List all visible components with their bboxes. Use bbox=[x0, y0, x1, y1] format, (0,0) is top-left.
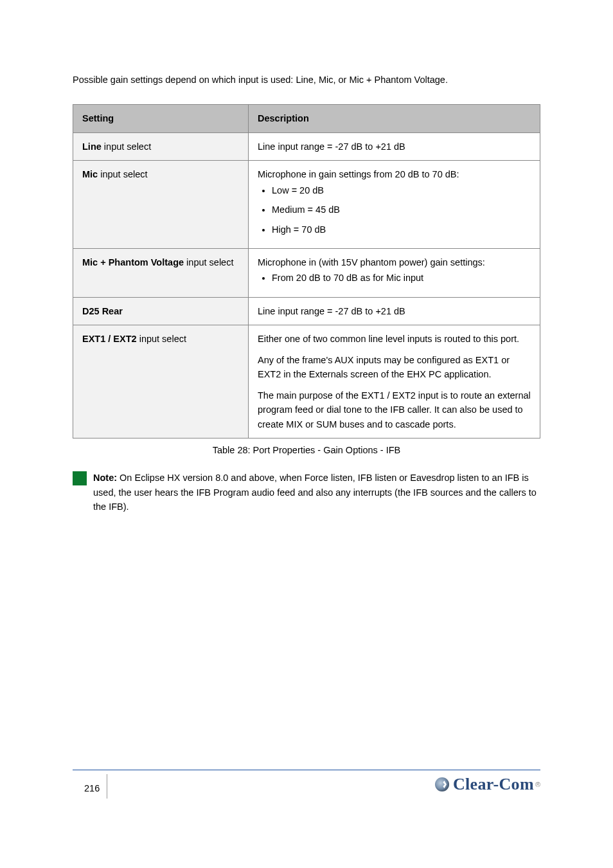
row-label-rest: input select bbox=[98, 169, 147, 179]
row-label-bold: Mic bbox=[82, 169, 98, 179]
th-setting: Setting bbox=[73, 105, 249, 132]
table-row: EXT1 / EXT2 input select Either one of t… bbox=[73, 325, 540, 439]
list-item: Medium = 45 dB bbox=[272, 203, 531, 217]
p3-mid: input is to route an bbox=[416, 390, 497, 401]
row-desc-p3: The main purpose of the EXT1 / EXT2 inpu… bbox=[258, 388, 531, 431]
th-description: Description bbox=[249, 105, 540, 132]
table-row: D25 Rear Line input range = -27 dB to +2… bbox=[73, 297, 540, 325]
row-label-bold: Mic + Phantom Voltage bbox=[82, 257, 184, 267]
table-caption: Table 28: Port Properties - Gain Options… bbox=[73, 445, 540, 455]
row-desc-rest: gain settings: bbox=[427, 257, 484, 267]
row-desc-bold: Line input bbox=[258, 306, 298, 316]
row-label-rest: input select bbox=[137, 334, 186, 344]
row-desc-rest: gain settings from 20 dB to 70 dB: bbox=[316, 169, 459, 179]
row-label-bold: D25 Rear bbox=[82, 306, 123, 316]
p2-after: screen of the EHX PC application. bbox=[348, 369, 491, 379]
note-icon bbox=[73, 471, 87, 485]
table-row: Line input select Line input range = -27… bbox=[73, 132, 540, 160]
row-desc-p2: Any of the frame's AUX inputs may be con… bbox=[258, 353, 531, 382]
row-label-bold: EXT1 / EXT2 bbox=[82, 334, 137, 344]
footer-separator bbox=[107, 774, 107, 799]
list-item: From 20 dB to 70 dB as for Mic input bbox=[272, 271, 531, 285]
note-block: Note: On Eclipse HX version 8.0 and abov… bbox=[73, 471, 540, 514]
list-item: Low = 20 dB bbox=[272, 183, 531, 197]
row-desc-rest: range = -27 dB to +21 dB bbox=[298, 141, 405, 152]
brand-logo: Clear-Com® bbox=[435, 775, 540, 794]
row-desc-bold: Microphone in (with 15V phantom power) bbox=[258, 257, 427, 267]
note-label: Note: bbox=[93, 473, 117, 483]
p2-bold: Externals bbox=[309, 369, 348, 379]
brand-icon bbox=[435, 777, 449, 791]
intro-text: Possible gain settings depend on which i… bbox=[73, 0, 540, 87]
row-desc-p1: Either one of two common line level inpu… bbox=[258, 332, 531, 346]
row-label-bold: Line bbox=[82, 141, 102, 152]
gain-options-table: Setting Description Line input select Li… bbox=[73, 104, 540, 439]
row-label-rest: input select bbox=[102, 141, 151, 152]
row-desc-bold: Line input bbox=[258, 141, 298, 152]
row-desc-bold: Microphone in bbox=[258, 169, 316, 179]
brand-name: Clear-Com bbox=[453, 775, 534, 794]
p3-bold-a: EXT1 / EXT2 bbox=[361, 390, 416, 401]
page-number: 216 bbox=[84, 783, 100, 793]
row-label-rest: input select bbox=[184, 257, 233, 267]
table-row: Mic input select Microphone in gain sett… bbox=[73, 161, 540, 249]
note-text: On Eclipse HX version 8.0 and above, whe… bbox=[93, 473, 537, 512]
table-row: Mic + Phantom Voltage input select Micro… bbox=[73, 249, 540, 298]
list-item: High = 70 dB bbox=[272, 222, 531, 237]
registered-mark: ® bbox=[535, 781, 540, 788]
row-desc-rest: range = -27 dB to +21 dB bbox=[298, 306, 405, 316]
p3-pre: The main purpose of the bbox=[258, 390, 361, 401]
footer-rule bbox=[73, 770, 540, 770]
